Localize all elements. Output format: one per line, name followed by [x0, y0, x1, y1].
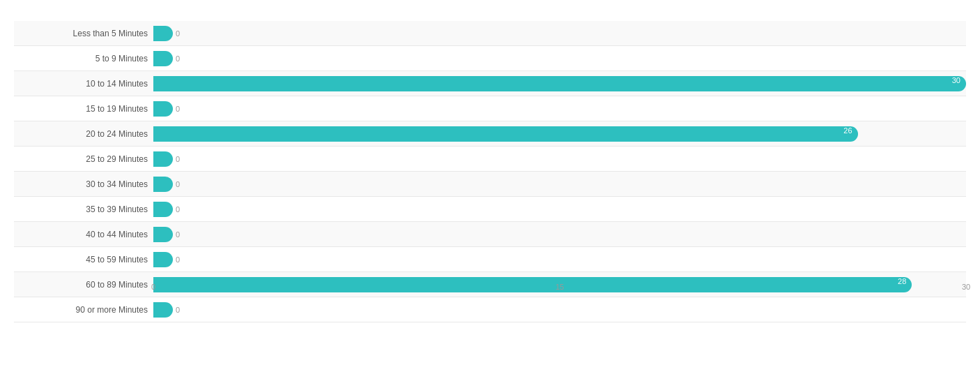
- bar-track: 0: [153, 172, 966, 196]
- bar-value: 0: [176, 155, 180, 163]
- bar-track: 0: [153, 222, 966, 246]
- bar-track: 0: [153, 147, 966, 171]
- bar-row: 45 to 59 Minutes0: [14, 247, 966, 272]
- x-axis-tick: 0: [151, 283, 155, 291]
- bar-label: 90 or more Minutes: [14, 305, 153, 315]
- bar-row: Less than 5 Minutes0: [14, 21, 966, 46]
- bar-row: 15 to 19 Minutes0: [14, 96, 966, 121]
- bar-track: 30: [153, 71, 966, 96]
- bar-value: 0: [176, 205, 180, 214]
- bar-row: 30 to 34 Minutes0: [14, 172, 966, 197]
- bar-row: 20 to 24 Minutes26: [14, 121, 966, 147]
- bar-label: 30 to 34 Minutes: [14, 179, 153, 189]
- bar-label: 35 to 39 Minutes: [14, 204, 153, 214]
- bar-row: 40 to 44 Minutes0: [14, 222, 966, 247]
- chart-container: Less than 5 Minutes05 to 9 Minutes010 to…: [0, 0, 980, 365]
- x-axis: 01530: [153, 283, 966, 297]
- bar-row: 5 to 9 Minutes0: [14, 46, 966, 71]
- bar-label: 25 to 29 Minutes: [14, 154, 153, 164]
- bar-track: 0: [153, 247, 966, 271]
- bar-label: 45 to 59 Minutes: [14, 255, 153, 265]
- chart-area: Less than 5 Minutes05 to 9 Minutes010 to…: [14, 21, 966, 302]
- bar-label: 15 to 19 Minutes: [14, 104, 153, 114]
- bar-row: 25 to 29 Minutes0: [14, 147, 966, 172]
- bar-value: 0: [176, 306, 180, 314]
- bar-label: 5 to 9 Minutes: [14, 54, 153, 64]
- bars-section: Less than 5 Minutes05 to 9 Minutes010 to…: [14, 21, 966, 281]
- bar-label: 60 to 89 Minutes: [14, 280, 153, 290]
- bar-value: 0: [176, 180, 180, 188]
- bar-label: 20 to 24 Minutes: [14, 129, 153, 139]
- bar-label: 10 to 14 Minutes: [14, 79, 153, 89]
- bar-track: 0: [153, 21, 966, 45]
- bar-track: 26: [153, 121, 966, 146]
- bar-track: 0: [153, 46, 966, 70]
- bar-value: 0: [176, 230, 180, 239]
- bar-row: 10 to 14 Minutes30: [14, 71, 966, 96]
- bar-track: 0: [153, 96, 966, 121]
- bar-value: 0: [176, 105, 180, 113]
- bar-label: Less than 5 Minutes: [14, 29, 153, 38]
- x-axis-tick: 15: [556, 283, 564, 291]
- bar-label: 40 to 44 Minutes: [14, 230, 153, 239]
- bar-row: 90 or more Minutes0: [14, 297, 966, 322]
- bar-track: 0: [153, 297, 966, 322]
- bar-value: 0: [176, 29, 180, 38]
- bar-value: 0: [176, 54, 180, 63]
- bar-track: 0: [153, 197, 966, 221]
- bar-value: 26: [843, 126, 852, 135]
- bar-value: 0: [176, 255, 180, 264]
- bar-row: 35 to 39 Minutes0: [14, 197, 966, 222]
- bar-value: 30: [952, 76, 960, 84]
- x-axis-tick: 30: [962, 283, 970, 291]
